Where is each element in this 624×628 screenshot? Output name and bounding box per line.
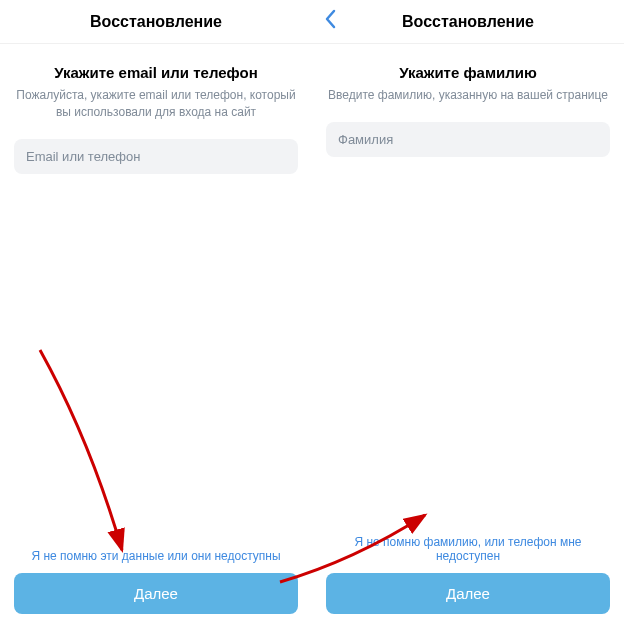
page-title: Укажите фамилию [326, 64, 610, 81]
page-subtitle: Пожалуйста, укажите email или телефон, к… [14, 87, 298, 121]
forgot-lastname-link[interactable]: Я не помню фамилию, или телефон мне недо… [326, 535, 610, 563]
forgot-data-link[interactable]: Я не помню эти данные или они недоступны [14, 549, 298, 563]
recovery-screen-email-phone: Восстановление Укажите email или телефон… [0, 0, 312, 628]
next-button[interactable]: Далее [326, 573, 610, 614]
page-subtitle: Введите фамилию, указанную на вашей стра… [326, 87, 610, 104]
header-title: Восстановление [402, 13, 534, 31]
footer: Я не помню эти данные или они недоступны… [0, 549, 312, 628]
content-area: Укажите фамилию Введите фамилию, указанн… [312, 44, 624, 157]
next-button[interactable]: Далее [14, 573, 298, 614]
footer: Я не помню фамилию, или телефон мне недо… [312, 535, 624, 628]
header-title: Восстановление [90, 13, 222, 31]
back-icon[interactable] [324, 9, 336, 35]
email-phone-input[interactable] [14, 139, 298, 174]
page-title: Укажите email или телефон [14, 64, 298, 81]
content-area: Укажите email или телефон Пожалуйста, ук… [0, 44, 312, 174]
header: Восстановление [312, 0, 624, 44]
lastname-input[interactable] [326, 122, 610, 157]
header: Восстановление [0, 0, 312, 44]
recovery-screen-lastname: Восстановление Укажите фамилию Введите ф… [312, 0, 624, 628]
